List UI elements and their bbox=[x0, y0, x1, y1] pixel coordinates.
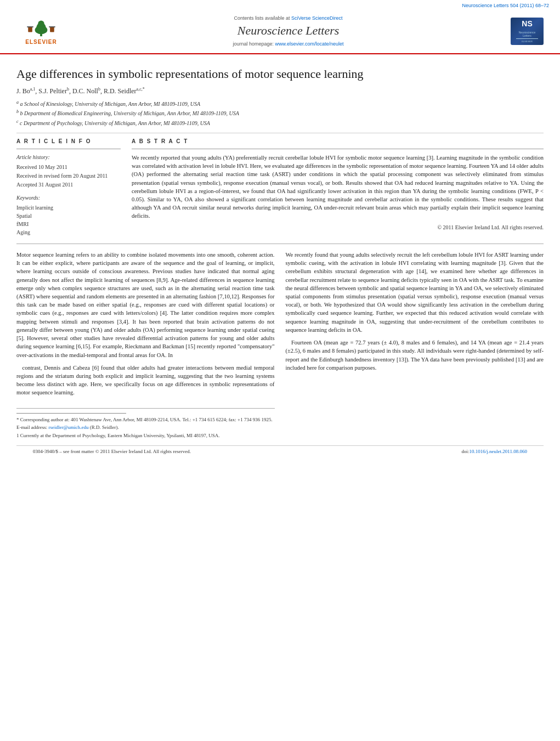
doi-link[interactable]: 10.1016/j.neulet.2011.08.060 bbox=[470, 449, 527, 454]
footnotes-section: * Corresponding author at: 401 Washtenaw… bbox=[16, 408, 275, 439]
journal-logo-right: NS NeuroscienceLetters ELSEVIER bbox=[505, 16, 549, 46]
abstract-col: A B S T R A C T We recently reported tha… bbox=[132, 138, 544, 237]
footnote-email: E-mail address: rseidler@umich.edu (R.D.… bbox=[16, 425, 275, 431]
author-j-bo: J. Bo bbox=[16, 87, 30, 95]
affil-c: c c Department of Psychology, University… bbox=[16, 118, 544, 127]
authors-line: J. Boa,1, S.J. Peltierb, D.C. Nollb, R.D… bbox=[16, 86, 544, 96]
body-right-col: We recently found that young adults sele… bbox=[286, 251, 544, 441]
article-info-col: A R T I C L E I N F O Article history: R… bbox=[16, 138, 121, 237]
homepage-link[interactable]: www.elsevier.com/locate/neulet bbox=[275, 41, 344, 47]
body-section: Motor sequence learning refers to an abi… bbox=[16, 251, 544, 441]
body-right-para-1: We recently found that young adults sele… bbox=[286, 251, 544, 334]
received-revised-date: Received in revised form 20 August 2011 bbox=[16, 172, 121, 180]
svg-rect-5 bbox=[27, 26, 33, 27]
elsevier-text: ELSEVIER bbox=[25, 38, 56, 46]
header-divider bbox=[16, 133, 544, 133]
info-abstract-section: A R T I C L E I N F O Article history: R… bbox=[16, 138, 544, 237]
journal-name: Neuroscience Letters bbox=[77, 22, 500, 39]
bottom-bar: 0304-3940/$ – see front matter © 2011 El… bbox=[16, 445, 544, 457]
received-date: Received 10 May 2011 bbox=[16, 163, 121, 171]
affiliations: a a School of Kinesiology, University of… bbox=[16, 99, 544, 127]
body-left-col: Motor sequence learning refers to an abi… bbox=[16, 251, 275, 441]
accepted-date: Accepted 31 August 2011 bbox=[16, 181, 121, 189]
abstract-text: We recently reported that young adults (… bbox=[132, 154, 544, 220]
journal-center: Contents lists available at SciVerse Sci… bbox=[71, 13, 505, 50]
article-info-label: A R T I C L E I N F O bbox=[16, 138, 121, 145]
journal-header: ELSEVIER Contents lists available at Sci… bbox=[0, 10, 560, 54]
svg-rect-4 bbox=[28, 27, 32, 32]
main-content: Age differences in symbolic representati… bbox=[0, 54, 560, 468]
keyword-3: fMRI bbox=[16, 220, 121, 228]
ns-logo-icon: NS NeuroscienceLetters ELSEVIER bbox=[511, 18, 544, 45]
article-title: Age differences in symbolic representati… bbox=[16, 66, 544, 82]
elsevier-tree-icon bbox=[25, 16, 58, 37]
keyword-4: Aging bbox=[16, 229, 121, 236]
abstract-divider bbox=[132, 149, 544, 149]
sciverse-line: Contents lists available at SciVerse Sci… bbox=[77, 15, 500, 22]
svg-rect-6 bbox=[50, 27, 54, 32]
body-para-1: Motor sequence learning refers to an abi… bbox=[16, 251, 275, 359]
keywords-label: Keywords: bbox=[16, 194, 121, 202]
body-right-para-2: Fourteen OA (mean age = 72.7 years (± 4.… bbox=[286, 338, 544, 372]
page: Neuroscience Letters 504 (2011) 68–72 EL… bbox=[0, 0, 560, 741]
body-divider bbox=[16, 244, 544, 244]
elsevier-logo: ELSEVIER bbox=[11, 16, 71, 46]
author-peltier: S.J. Peltier bbox=[38, 87, 67, 95]
footnote-corresponding: * Corresponding author at: 401 Washtenaw… bbox=[16, 417, 275, 423]
author-seidler: R.D. Seidler bbox=[104, 87, 137, 95]
ref-line: Neuroscience Letters 504 (2011) 68–72 bbox=[462, 3, 549, 8]
sciverse-link[interactable]: SciVerse ScienceDirect bbox=[291, 15, 343, 21]
keyword-2: Spatial bbox=[16, 212, 121, 220]
journal-homepage: journal homepage: www.elsevier.com/locat… bbox=[77, 41, 500, 48]
author-noll: D.C. Noll bbox=[72, 87, 98, 95]
footnote-current: 1 Currently at the Department of Psychol… bbox=[16, 433, 275, 439]
abstract-label: A B S T R A C T bbox=[132, 138, 544, 145]
copyright-line: © 2011 Elsevier Ireland Ltd. All rights … bbox=[132, 224, 544, 231]
footnote-email-link[interactable]: rseidler@umich.edu bbox=[48, 425, 88, 430]
doi-info: doi:10.1016/j.neulet.2011.08.060 bbox=[462, 448, 527, 455]
footnote-divider bbox=[16, 413, 126, 414]
keyword-1: Implicit learning bbox=[16, 204, 121, 212]
affil-b: b b Department of Biomedical Engineering… bbox=[16, 109, 544, 117]
svg-rect-7 bbox=[49, 26, 55, 27]
info-divider bbox=[16, 149, 121, 149]
issn-info: 0304-3940/$ – see front matter © 2011 El… bbox=[33, 448, 191, 455]
svg-point-3 bbox=[38, 20, 44, 26]
history-label: Article history: bbox=[16, 154, 121, 161]
affil-a: a a School of Kinesiology, University of… bbox=[16, 99, 544, 108]
body-para-2: contrast, Dennis and Cabeza [6] found th… bbox=[16, 364, 275, 397]
